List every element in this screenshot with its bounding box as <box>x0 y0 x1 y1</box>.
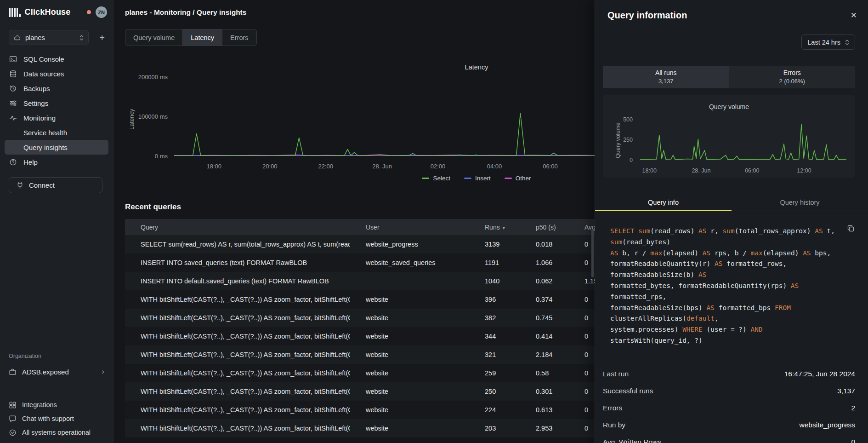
x-tick-label: 20:00 <box>262 163 278 170</box>
stat-tab-all-runs[interactable]: All runs3,137 <box>603 66 729 88</box>
terminal-icon <box>9 55 17 63</box>
sidebar-item-sql-console[interactable]: SQL Console <box>5 52 108 66</box>
column-header-p50-s[interactable]: p50 (s) <box>520 219 569 235</box>
stat-tab-errors[interactable]: Errors2 (0.06%) <box>729 66 856 88</box>
close-icon[interactable]: ✕ <box>851 12 857 19</box>
table-row[interactable]: WITH bitShiftLeft(CAST(?..), _CAST(?..))… <box>125 290 595 309</box>
copy-icon[interactable] <box>847 225 854 232</box>
runs-cell: 1040 <box>469 272 520 290</box>
tab-query-volume[interactable]: Query volume <box>125 29 183 46</box>
y-tick-label: 250 <box>611 137 633 143</box>
chevron-updown-icon <box>845 39 849 46</box>
table-row[interactable]: WITH bitShiftLeft(CAST(?..), _CAST(?..))… <box>125 419 595 437</box>
chevron-updown-icon <box>79 35 84 41</box>
user-cell <box>350 272 469 290</box>
detail-value: 3,137 <box>837 387 855 395</box>
sidebar-item-settings[interactable]: Settings <box>5 96 108 110</box>
runs-cell: 224 <box>469 401 520 419</box>
avg-cell: 0 <box>569 253 595 272</box>
query-details-list: Last run16:47:25, Jun 28 2024Successful … <box>595 366 868 443</box>
avatar[interactable]: ZN <box>96 6 107 18</box>
avg-cell: 0 <box>569 290 595 309</box>
sql-line: system.processes) WHERE (user = ?) AND s… <box>610 324 847 346</box>
table-row[interactable]: INSERT INTO default.saved_queries (text)… <box>125 272 595 290</box>
stat-tab-label: Errors <box>729 69 856 76</box>
tab-latency[interactable]: Latency <box>183 29 222 46</box>
legend-item-other[interactable]: Other <box>505 175 531 182</box>
query-cell: WITH bitShiftLeft(CAST(?..), _CAST(?..))… <box>125 309 350 327</box>
clickhouse-logo-icon[interactable] <box>9 8 21 17</box>
detail-value: 2 <box>851 404 855 412</box>
sidebar-footer: IntegrationsChat with supportAll systems… <box>0 398 113 439</box>
footer-item-integrations[interactable]: Integrations <box>0 398 113 412</box>
sidebar-item-help[interactable]: Help <box>5 155 108 169</box>
service-selector[interactable]: planes <box>9 30 89 45</box>
sidebar-item-backups[interactable]: Backups <box>5 81 108 96</box>
x-tick-label: 06:00 <box>745 167 759 174</box>
table-row[interactable]: WITH bitShiftLeft(CAST(?..), _CAST(?..))… <box>125 382 595 401</box>
x-tick-label: 28. Jun <box>372 163 392 170</box>
x-tick-label: 06:00 <box>543 163 558 170</box>
legend-item-insert[interactable]: Insert <box>464 175 491 182</box>
table-row[interactable]: WITH bitShiftLeft(CAST(?..), _CAST(?..))… <box>125 401 595 419</box>
table-row[interactable]: WITH bitShiftLeft(CAST(?..), _CAST(?..))… <box>125 364 595 382</box>
user-cell: website <box>350 345 469 364</box>
footer-item-all-systems-operational[interactable]: All systems operational <box>0 426 113 439</box>
legend-label: Select <box>433 175 450 182</box>
plug-icon <box>16 181 24 189</box>
sidebar-nav: SQL ConsoleData sourcesBackupsSettingsMo… <box>0 45 113 169</box>
logo-row: ClickHouse ZN <box>0 0 113 22</box>
sidebar-item-query-insights[interactable]: Query insights <box>5 140 108 155</box>
briefcase-icon <box>9 368 17 376</box>
database-icon <box>9 70 17 78</box>
service-row: planes + <box>0 22 113 45</box>
notification-dot[interactable] <box>87 10 91 14</box>
panel-title: Query information <box>607 10 687 21</box>
table-row[interactable]: SELECT sum(read_rows) AS r, sum(total_ro… <box>125 235 595 253</box>
p50-cell: 0.374 <box>520 290 569 309</box>
tab-errors[interactable]: Errors <box>222 29 256 46</box>
grid-icon <box>9 401 17 409</box>
organization-item[interactable]: ADSB.exposed › <box>0 364 113 380</box>
scrollbar-thumb[interactable] <box>591 229 594 277</box>
panel-tab-query-history[interactable]: Query history <box>732 195 868 211</box>
runs-cell: 259 <box>469 364 520 382</box>
service-name: planes <box>25 34 45 41</box>
runs-cell: 396 <box>469 290 520 309</box>
column-header-avg[interactable]: Avg. <box>569 219 595 235</box>
x-tick-label: 18:00 <box>206 163 221 170</box>
y-tick-label: 100000 ms <box>126 113 168 120</box>
sidebar-item-data-sources[interactable]: Data sources <box>5 66 108 81</box>
detail-value: 0 <box>851 438 855 443</box>
footer-item-chat-with-support[interactable]: Chat with support <box>0 412 113 426</box>
table-row[interactable]: WITH bitShiftLeft(CAST(?..), _CAST(?..))… <box>125 327 595 345</box>
sidebar-item-service-health[interactable]: Service health <box>5 125 108 140</box>
chevron-right-icon: › <box>102 367 104 376</box>
column-header-user[interactable]: User <box>350 219 469 235</box>
footer-item-label: All systems operational <box>22 429 91 436</box>
query-cell: WITH bitShiftLeft(CAST(?..), _CAST(?..))… <box>125 327 350 345</box>
sidebar: ClickHouse ZN planes + SQL ConsoleData s… <box>0 0 113 443</box>
query-info-panel: Query information ✕ Last 24 hrs All runs… <box>595 0 868 443</box>
volume-chart-canvas <box>640 120 846 160</box>
sidebar-item-monitoring[interactable]: Monitoring <box>5 110 108 125</box>
latency-chart-title: Latency <box>113 63 595 71</box>
legend-label: Insert <box>475 175 491 182</box>
add-service-button[interactable]: + <box>97 33 107 42</box>
table-row[interactable]: WITH bitShiftLeft(CAST(?..), _CAST(?..))… <box>125 309 595 327</box>
panel-tab-query-info[interactable]: Query info <box>595 195 732 211</box>
table-row[interactable]: INSERT INTO saved_queries (text) FORMAT … <box>125 253 595 272</box>
table-row[interactable]: WITH bitShiftLeft(CAST(?..), _CAST(?..))… <box>125 345 595 364</box>
panel-toolbar: Last 24 hrs <box>595 35 868 50</box>
column-header-runs[interactable]: Runs▾ <box>469 219 520 235</box>
column-header-query[interactable]: Query <box>125 219 350 235</box>
p50-cell: 0.301 <box>520 382 569 401</box>
connect-button[interactable]: Connect <box>9 177 102 193</box>
user-cell: website <box>350 290 469 309</box>
sql-query-block: SELECT sum(read_rows) AS r, sum(total_ro… <box>595 211 868 354</box>
avg-cell: 0 <box>569 382 595 401</box>
time-range-select[interactable]: Last 24 hrs <box>801 35 855 50</box>
connect-label: Connect <box>29 181 55 189</box>
legend-item-select[interactable]: Select <box>422 175 450 182</box>
detail-label: Avg. Written Rows <box>603 438 661 443</box>
